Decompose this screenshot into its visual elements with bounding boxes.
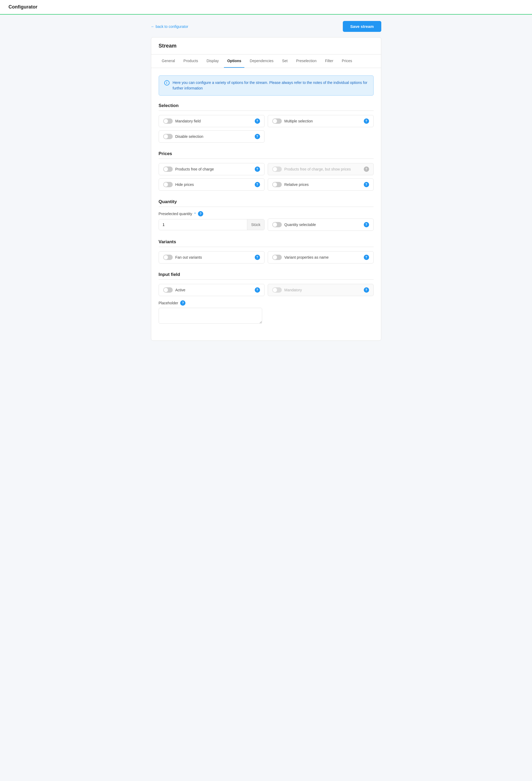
help-relative-prices[interactable]: ? [364, 182, 369, 187]
help-placeholder[interactable]: ? [180, 300, 185, 306]
selection-options-grid: Mandatory field ? Multiple selection ? [159, 115, 373, 142]
label-mandatory-field: Mandatory field [175, 119, 201, 123]
placeholder-label-wrap: Placeholder ? [159, 300, 373, 306]
variants-options-grid: Fan out variants ? Variant properties as… [159, 251, 373, 263]
label-hide-prices: Hide prices [175, 182, 194, 187]
input-field-options-grid: Active ? Mandatory ? [159, 284, 373, 296]
toggle-products-free[interactable] [163, 166, 173, 172]
info-box: i Here you can configure a variety of op… [159, 75, 373, 95]
label-active: Active [175, 288, 185, 292]
help-mandatory[interactable]: ? [364, 287, 369, 293]
toggle-active[interactable] [163, 287, 173, 293]
tab-general[interactable]: General [159, 54, 178, 68]
help-mandatory-field[interactable]: ? [255, 118, 260, 124]
tab-dependencies[interactable]: Dependencies [247, 54, 277, 68]
toggle-disable-selection[interactable] [163, 134, 173, 139]
quantity-section: Quantity Preselected quantity * ? Stück [159, 199, 373, 231]
app-title: Configurator [8, 4, 37, 9]
stream-title: Stream [159, 43, 177, 49]
help-products-free[interactable]: ? [255, 166, 260, 172]
tab-prices[interactable]: Prices [339, 54, 355, 68]
selection-title: Selection [159, 103, 373, 111]
toggle-relative-prices[interactable] [272, 182, 282, 187]
info-text: Here you can configure a variety of opti… [173, 80, 368, 91]
label-relative-prices: Relative prices [284, 182, 309, 187]
label-fan-out-variants: Fan out variants [175, 255, 202, 259]
variants-title: Variants [159, 239, 373, 247]
option-mandatory: Mandatory ? [268, 284, 373, 296]
selection-section: Selection Mandatory field ? [159, 103, 373, 142]
variants-section: Variants Fan out variants ? Variant prop… [159, 239, 373, 263]
option-disable-selection: Disable selection ? [159, 130, 265, 142]
toggle-fan-out-variants[interactable] [163, 255, 173, 260]
help-preselected-quantity[interactable]: ? [198, 211, 203, 216]
label-disable-selection: Disable selection [175, 134, 204, 138]
tab-products[interactable]: Products [180, 54, 201, 68]
quantity-unit: Stück [247, 219, 264, 230]
help-multiple-selection[interactable]: ? [364, 118, 369, 124]
required-star: * [194, 212, 195, 216]
quantity-input[interactable] [159, 219, 247, 230]
option-products-free-show: Products free of charge, but show prices… [268, 163, 373, 175]
help-products-free-show: ? [364, 166, 369, 172]
option-quantity-selectable: Quantity selectable ? [268, 218, 373, 231]
toggle-quantity-selectable[interactable] [272, 222, 282, 227]
input-field-title: Input field [159, 272, 373, 280]
toggle-hide-prices[interactable] [163, 182, 173, 187]
info-icon: i [164, 80, 170, 85]
toggle-products-free-show [272, 166, 282, 172]
option-variant-properties-as-name: Variant properties as name ? [268, 251, 373, 263]
placeholder-input[interactable] [159, 308, 262, 324]
option-active: Active ? [159, 284, 265, 296]
help-disable-selection[interactable]: ? [255, 134, 260, 139]
save-button[interactable]: Save stream [343, 21, 381, 32]
help-quantity-selectable[interactable]: ? [364, 222, 369, 227]
placeholder-label: Placeholder [159, 301, 178, 305]
toggle-mandatory-field[interactable] [163, 118, 173, 124]
toggle-mandatory [272, 287, 282, 293]
label-products-free-show: Products free of charge, but show prices [284, 167, 351, 171]
label-variant-properties-as-name: Variant properties as name [284, 255, 329, 259]
label-quantity-selectable: Quantity selectable [284, 222, 316, 227]
option-fan-out-variants: Fan out variants ? [159, 251, 265, 263]
toggle-multiple-selection[interactable] [272, 118, 282, 124]
option-mandatory-field: Mandatory field ? [159, 115, 265, 127]
help-fan-out-variants[interactable]: ? [255, 255, 260, 260]
option-products-free: Products free of charge ? [159, 163, 265, 175]
tab-preselection[interactable]: Preselection [293, 54, 320, 68]
quantity-input-wrap: Stück [159, 219, 265, 230]
option-relative-prices: Relative prices ? [268, 178, 373, 191]
tab-options[interactable]: Options [224, 54, 245, 68]
tab-bar: GeneralProductsDisplayOptionsDependencie… [151, 54, 381, 68]
help-hide-prices[interactable]: ? [255, 182, 260, 187]
option-hide-prices: Hide prices ? [159, 178, 265, 191]
help-variant-properties-as-name[interactable]: ? [364, 255, 369, 260]
input-field-section: Input field Active ? Mandatory [159, 272, 373, 325]
option-multiple-selection: Multiple selection ? [268, 115, 373, 127]
help-active[interactable]: ? [255, 287, 260, 293]
label-multiple-selection: Multiple selection [284, 119, 313, 123]
quantity-title: Quantity [159, 199, 373, 207]
label-products-free: Products free of charge [175, 167, 214, 171]
prices-options-grid: Products free of charge ? Products free … [159, 163, 373, 191]
back-link[interactable]: ← back to configurator [151, 25, 188, 29]
prices-title: Prices [159, 151, 373, 159]
tab-filter[interactable]: Filter [322, 54, 337, 68]
label-mandatory: Mandatory [284, 288, 302, 292]
tab-set[interactable]: Set [279, 54, 291, 68]
tab-display[interactable]: Display [204, 54, 222, 68]
toggle-variant-properties-as-name[interactable] [272, 255, 282, 260]
prices-section: Prices Products free of charge ? [159, 151, 373, 191]
preselected-quantity-label: Preselected quantity [159, 212, 192, 216]
